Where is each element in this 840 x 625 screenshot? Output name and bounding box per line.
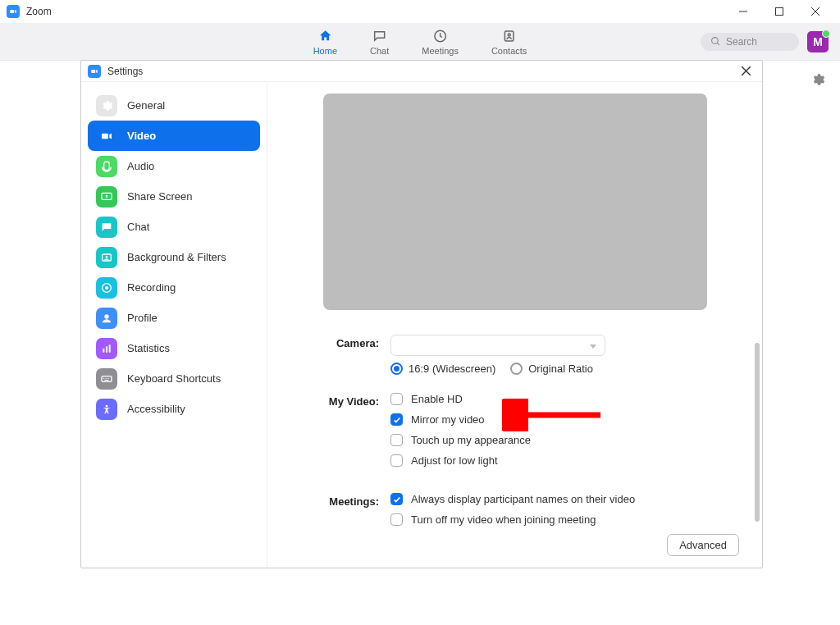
svg-point-24 bbox=[103, 377, 104, 378]
checkbox-label: Turn off my video when joining meeting bbox=[411, 513, 596, 526]
svg-point-28 bbox=[106, 404, 108, 407]
avatar-initial: M bbox=[813, 35, 823, 48]
profile-icon bbox=[96, 308, 117, 329]
sidebar-item-label: Video bbox=[127, 130, 156, 142]
checkbox-adjust-for-low-light[interactable]: Adjust for low light bbox=[390, 454, 737, 467]
svg-point-18 bbox=[105, 286, 108, 290]
sidebar-item-audio[interactable]: Audio bbox=[88, 151, 260, 181]
nav-meetings[interactable]: Meetings bbox=[422, 28, 459, 56]
nav-contacts[interactable]: Contacts bbox=[491, 28, 527, 56]
svg-rect-10 bbox=[91, 69, 95, 72]
radio-label: 16:9 (Widescreen) bbox=[409, 363, 495, 375]
checkbox-icon bbox=[390, 454, 403, 467]
maximize-button[interactable] bbox=[761, 0, 797, 23]
nav-label: Home bbox=[313, 46, 337, 56]
video-preview bbox=[323, 94, 707, 310]
nav-label: Meetings bbox=[422, 46, 459, 56]
checkbox-label: Enable HD bbox=[411, 393, 463, 405]
search-icon bbox=[710, 36, 721, 47]
svg-point-7 bbox=[508, 34, 510, 36]
sidebar-item-label: Statistics bbox=[127, 342, 170, 354]
zoom-app-icon bbox=[88, 65, 101, 78]
sidebar-item-label: Keyboard Shortcuts bbox=[127, 372, 221, 385]
radio-16-9-widescreen-[interactable]: 16:9 (Widescreen) bbox=[390, 363, 495, 375]
camera-label: Camera: bbox=[292, 335, 390, 375]
bg-icon bbox=[96, 247, 117, 268]
settings-sidebar: GeneralVideoAudioShare ScreenChatBackgro… bbox=[81, 82, 267, 568]
sidebar-item-recording[interactable]: Recording bbox=[88, 272, 260, 303]
top-nav: Home Chat Meetings Contacts Search M bbox=[0, 23, 840, 61]
settings-close-button[interactable] bbox=[737, 62, 756, 80]
radio-dot bbox=[390, 363, 403, 375]
radio-dot bbox=[510, 363, 523, 375]
sidebar-item-accessibility[interactable]: Accessibility bbox=[88, 394, 260, 424]
svg-rect-22 bbox=[109, 344, 111, 352]
checkbox-icon bbox=[390, 434, 403, 446]
video-icon bbox=[96, 125, 117, 147]
search-placeholder: Search bbox=[726, 36, 757, 48]
checkbox-label: Mirror my video bbox=[411, 413, 485, 426]
chat-icon bbox=[96, 217, 117, 238]
keyboard-icon bbox=[96, 368, 117, 390]
nav-chat[interactable]: Chat bbox=[370, 28, 389, 56]
sidebar-item-label: Share Screen bbox=[127, 190, 193, 203]
gear-icon bbox=[96, 95, 117, 116]
sidebar-item-label: Recording bbox=[127, 281, 176, 294]
checkbox-icon bbox=[390, 513, 403, 526]
svg-rect-20 bbox=[103, 349, 104, 353]
sidebar-item-share-screen[interactable]: Share Screen bbox=[88, 181, 260, 212]
sidebar-item-general[interactable]: General bbox=[88, 90, 260, 121]
svg-rect-2 bbox=[776, 8, 783, 16]
sidebar-item-label: Profile bbox=[127, 312, 158, 324]
checkbox-turn-off-my-video-when-joining-meeting[interactable]: Turn off my video when joining meeting bbox=[390, 513, 737, 526]
advanced-button[interactable]: Advanced bbox=[667, 534, 739, 556]
svg-point-25 bbox=[106, 377, 107, 378]
scrollbar-thumb[interactable] bbox=[755, 343, 760, 522]
stats-icon bbox=[96, 338, 117, 359]
checkbox-label: Touch up my appearance bbox=[411, 434, 531, 446]
a11y-icon bbox=[96, 399, 117, 420]
sidebar-item-profile[interactable]: Profile bbox=[88, 303, 260, 333]
sidebar-item-label: General bbox=[127, 99, 165, 112]
checkbox-mirror-my-video[interactable]: Mirror my video bbox=[390, 413, 737, 426]
checkbox-enable-hd[interactable]: Enable HD bbox=[390, 393, 737, 405]
avatar[interactable]: M bbox=[807, 31, 829, 52]
close-button[interactable] bbox=[797, 0, 833, 23]
settings-content: Camera: 16:9 (Widescreen)Original Ratio … bbox=[267, 82, 762, 568]
sidebar-item-label: Accessibility bbox=[127, 403, 185, 415]
sidebar-item-statistics[interactable]: Statistics bbox=[88, 333, 260, 363]
checkbox-label: Always display participant names on thei… bbox=[411, 493, 635, 505]
zoom-app-icon bbox=[7, 5, 20, 18]
checkbox-icon bbox=[390, 393, 403, 405]
sidebar-item-background-filters[interactable]: Background & Filters bbox=[88, 242, 260, 272]
checkbox-always-display-participant-names-on-their-video[interactable]: Always display participant names on thei… bbox=[390, 493, 737, 505]
svg-point-16 bbox=[106, 256, 108, 258]
nav-label: Contacts bbox=[491, 46, 527, 56]
settings-titlebar: Settings bbox=[81, 61, 762, 82]
svg-point-26 bbox=[107, 377, 108, 378]
app-title: Zoom bbox=[26, 6, 52, 17]
checkbox-icon bbox=[390, 493, 403, 505]
settings-gear-button[interactable] bbox=[810, 72, 825, 90]
checkbox-touch-up-my-appearance[interactable]: Touch up my appearance bbox=[390, 434, 737, 446]
chat-icon bbox=[372, 28, 387, 44]
nav-home[interactable]: Home bbox=[313, 28, 337, 56]
minimize-button[interactable] bbox=[725, 0, 761, 23]
sidebar-item-label: Chat bbox=[127, 221, 149, 233]
sidebar-item-chat[interactable]: Chat bbox=[88, 212, 260, 242]
camera-select[interactable] bbox=[390, 335, 605, 356]
myvideo-label: My Video: bbox=[292, 393, 390, 475]
share-icon bbox=[96, 186, 117, 208]
gear-icon bbox=[810, 72, 825, 87]
radio-original-ratio[interactable]: Original Ratio bbox=[510, 363, 593, 375]
svg-point-8 bbox=[712, 38, 719, 44]
svg-rect-0 bbox=[10, 10, 14, 13]
svg-rect-23 bbox=[102, 376, 112, 381]
sidebar-item-keyboard-shortcuts[interactable]: Keyboard Shortcuts bbox=[88, 363, 260, 394]
sidebar-item-label: Audio bbox=[127, 160, 154, 172]
rec-icon bbox=[96, 277, 117, 299]
search-input[interactable]: Search bbox=[701, 33, 799, 51]
checkbox-label: Adjust for low light bbox=[411, 454, 498, 467]
checkbox-icon bbox=[390, 413, 403, 426]
sidebar-item-video[interactable]: Video bbox=[88, 121, 260, 151]
